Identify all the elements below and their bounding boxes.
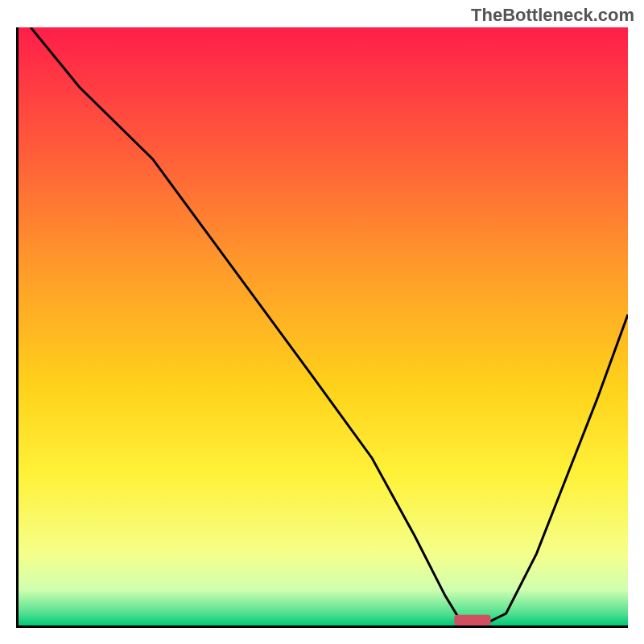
watermark-text: TheBottleneck.com: [471, 5, 634, 26]
plot-area: [16, 27, 628, 628]
optimal-marker: [454, 615, 490, 625]
bottleneck-curve: [31, 27, 628, 625]
curve-layer: [19, 27, 628, 625]
bottleneck-chart: TheBottleneck.com: [0, 0, 644, 644]
